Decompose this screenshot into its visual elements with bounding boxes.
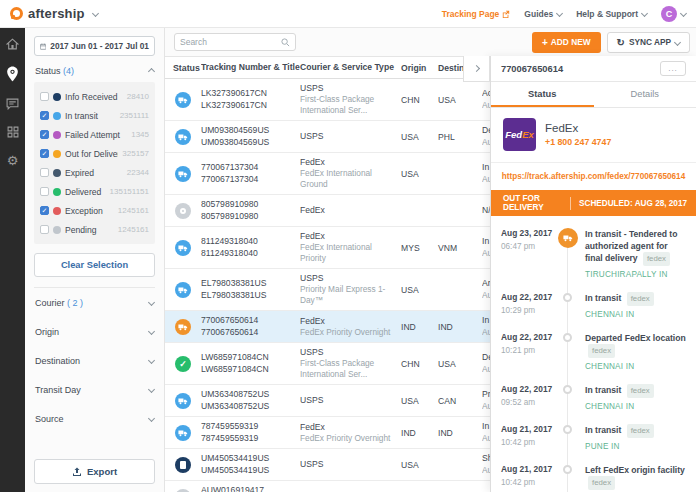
tracking-number-cell: 811249318040811249318040 [201,236,300,259]
table-row[interactable]: 787459559319787459559319FedExFedEx Prior… [165,417,490,449]
logo-chevron-down-icon[interactable] [92,10,99,17]
search-box[interactable] [174,33,296,51]
origin-cell: CHN [401,359,438,369]
tracking-pin-icon[interactable] [6,66,19,82]
filter-section-label: Transit Day [35,385,81,395]
aftership-logo[interactable]: aftership [10,6,98,21]
aftership-logo-text: aftership [28,6,85,21]
timeline-entry: Aug 22, 201710:29 pmIn transit fedexCHEN… [501,292,686,319]
toolbar: +ADD NEW ↻SYNC APP [165,28,696,56]
table-row[interactable]: LK327390617CNLK327390617CNUSPSFirst-Clas… [165,79,490,121]
status-filter-item[interactable]: Pending1245161 [40,220,149,239]
date-range-value: 2017 Jun 01 - 2017 Jul 01 [50,41,149,51]
checkbox[interactable] [40,92,49,101]
status-filter-item[interactable]: ✓In transit2351111 [40,106,149,125]
checkpoint-cell: ArrivedAug 22 [482,278,490,301]
status-chevron-up-icon [148,67,155,74]
status-cell [165,282,201,298]
checkbox[interactable]: ✓ [40,206,49,215]
table-row[interactable]: 811249318040811249318040FedExFedEx Inter… [165,227,490,269]
status-in-transit-icon [175,393,191,409]
search-input[interactable] [180,37,277,47]
export-button[interactable]: Export [34,459,155,484]
status-filter-item[interactable]: Expired22344 [40,163,149,182]
checkbox[interactable]: ✓ [40,111,49,120]
courier-badge: fedex [588,476,615,490]
timeline-date: Aug 21, 201710:42 pm [501,464,557,492]
apps-grid-icon[interactable] [7,126,19,138]
banner-status: OUT FOR DELIVERY [491,194,562,212]
column-header: Origin [401,63,438,73]
table-row[interactable]: 805798910980805798910980FedExN/A [165,195,490,227]
collapse-panel-button[interactable] [463,56,490,82]
avatar[interactable]: C [661,6,677,22]
export-icon [72,467,82,477]
timeline-marker [557,464,578,492]
filter-section-origin[interactable]: Origin [34,317,155,346]
guides-menu[interactable]: Guides [524,9,562,19]
filter-section-transit-day[interactable]: Transit Day [34,375,155,404]
timeline-text: In transit fedexPUNE IN [578,424,686,451]
filter-section-courier[interactable]: Courier ( 2 ) [34,288,155,317]
more-actions-button[interactable]: ... [660,61,686,76]
checkbox[interactable]: ✓ [40,149,49,158]
chat-icon[interactable] [6,98,19,110]
table-row[interactable]: AUW016919417AUW016919417DHL Active Traci… [165,481,490,492]
add-new-button[interactable]: +ADD NEW [532,32,600,53]
table-row[interactable]: UM363408752USUM363408752USUSPSUSACANProc… [165,385,490,417]
courier-cell: USPS [300,459,401,470]
courier-cell: USPSFirst-Class Package International Se… [300,347,401,380]
status-color-dot [53,207,61,215]
status-cell [165,203,201,219]
timeline-text: Departed FedEx location fedexCHENNAI IN [578,332,686,371]
status-filter-item[interactable]: Info Received28410 [40,87,149,106]
status-cell [165,393,201,409]
status-filter-item[interactable]: ✓Out for Delivery325157 [40,144,149,163]
courier-cell: USPS [300,395,401,406]
checkbox[interactable]: ✓ [40,130,49,139]
sync-app-button[interactable]: ↻SYNC APP [607,32,691,53]
origin-cell: USA [401,460,438,470]
status-filter-item[interactable]: ✓Exception1245161 [40,201,149,220]
date-range-picker[interactable]: 2017 Jun 01 - 2017 Jul 01 [34,36,155,56]
table-row[interactable]: UM093804569USUM093804569USUSPSUSAPHLDepa… [165,121,490,153]
tracking-url-link[interactable]: https://track.aftership.com/fedex/770067… [491,162,696,190]
table-row[interactable]: 770067137304770067137304FedExFedEx Inter… [165,153,490,195]
checkpoint-location: TIRUCHIRAPALLY IN [585,270,686,279]
checkbox[interactable] [40,168,49,177]
filter-section-label: Origin [35,327,59,337]
settings-gear-icon[interactable]: ⚙ [7,154,19,167]
tab-details[interactable]: Details [594,82,696,107]
clear-selection-button[interactable]: Clear Selection [34,253,155,277]
checkbox[interactable] [40,187,49,196]
status-color-dot [53,188,61,196]
table-row[interactable]: 770067650614770067650614FedExFedEx Prior… [165,311,490,343]
status-cell [165,166,201,182]
courier-phone-link[interactable]: +1 800 247 4747 [545,137,611,147]
table-row[interactable]: ✓LW685971084CNLW685971084CNUSPSFirst-Cla… [165,343,490,385]
filter-section-destination[interactable]: Destination [34,346,155,375]
checkbox[interactable] [40,225,49,234]
home-icon[interactable] [6,38,19,50]
status-out-for-delivery-icon [175,319,191,335]
account-menu[interactable]: C [661,6,686,22]
tab-status[interactable]: Status [491,82,594,107]
help-support-menu[interactable]: Help & Support [576,9,647,19]
courier-name: FedEx [545,122,611,134]
status-filter-count: 325157 [122,149,149,158]
status-filter-item[interactable]: ✓Failed Attempt1345 [40,125,149,144]
filter-section-source[interactable]: Source [34,404,155,433]
table-row[interactable]: EL798038381USEL798038381USUSPSPriority M… [165,269,490,311]
nav-rail: ⚙ [0,28,25,492]
status-filter-label: Failed Attempt [65,130,127,140]
table-row[interactable]: UM450534419USUM450534419USUSPSUSAShippin… [165,449,490,481]
status-filter-item[interactable]: Delivered135151151 [40,182,149,201]
status-section-header[interactable]: Status (4) [35,66,154,76]
status-filter-label: Out for Delivery [65,149,118,159]
status-color-dot [53,93,61,101]
courier-cell: FedEx [300,205,401,216]
tracking-page-link[interactable]: Tracking Page [442,9,511,19]
tracking-number-cell: LW685971084CNLW685971084CN [201,352,300,375]
guides-chevron-down-icon [556,10,563,17]
timeline-marker [557,332,578,371]
